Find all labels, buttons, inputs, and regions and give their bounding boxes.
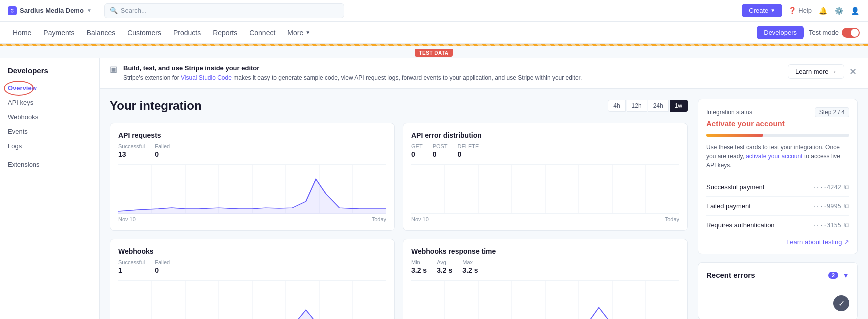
chart-title: API requests	[118, 132, 386, 140]
card-label: Successful payment	[706, 184, 764, 191]
sidebar-item-api-keys[interactable]: API keys	[0, 96, 100, 110]
webhooks-line-svg	[118, 280, 386, 319]
errors-badge: 2	[828, 272, 838, 279]
settings-icon[interactable]: ⚙️	[834, 6, 844, 16]
time-filter-24h[interactable]: 24h	[648, 100, 669, 112]
sidebar-item-webhooks[interactable]: Webhooks	[0, 110, 100, 124]
webhooks-response-chart: Webhooks response time Min 3.2 s Avg 3.2…	[403, 239, 688, 319]
nav-item-customers[interactable]: Customers	[122, 26, 166, 40]
search-icon: 🔍	[110, 7, 118, 14]
api-error-line-svg	[412, 164, 680, 214]
time-filter-12h[interactable]: 12h	[627, 100, 648, 112]
integration-header: Your integration 4h 12h 24h 1w	[110, 99, 688, 113]
banner-title: Build, test, and use Stripe inside your …	[124, 64, 782, 72]
charts-grid: API requests Successful 13 Failed 0	[110, 123, 688, 319]
failed-label: Failed	[155, 144, 170, 150]
test-mode-switch[interactable]	[842, 28, 860, 38]
developers-button[interactable]: Developers	[757, 26, 804, 40]
topbar: Sardius Media Demo ▼ 🔍 Search... Create …	[0, 0, 868, 22]
activate-label: Activate your account	[706, 120, 850, 128]
get-stat: GET 0	[412, 144, 423, 158]
successful-label: Successful	[118, 260, 145, 266]
toggle-knob	[851, 29, 859, 37]
learn-testing-link[interactable]: Learn about testing ↗	[706, 234, 850, 246]
sidebar-item-extensions[interactable]: Extensions	[0, 158, 100, 172]
check-circle-container: ✓	[706, 288, 850, 312]
copy-icon[interactable]: ⧉	[844, 183, 850, 192]
banner-desc: Stripe's extension for Visual Studio Cod…	[124, 74, 782, 82]
min-label: Min	[412, 260, 427, 266]
nav-item-products[interactable]: Products	[168, 26, 206, 40]
sidebar-item-overview[interactable]: Overview	[0, 81, 100, 96]
progress-bar	[706, 134, 850, 137]
webhooks-failed-stat: Failed 0	[155, 260, 170, 274]
nav-item-payments[interactable]: Payments	[38, 26, 80, 40]
test-data-label: TEST DATA	[415, 50, 452, 57]
content-right: Integration status Step 2 / 4 Activate y…	[698, 99, 858, 319]
sidebar-item-logs[interactable]: Logs	[0, 139, 100, 154]
max-label: Max	[462, 260, 478, 266]
min-stat: Min 3.2 s	[412, 260, 427, 274]
copy-icon[interactable]: ⧉	[844, 202, 850, 210]
help-button[interactable]: ❓ Help	[788, 7, 812, 14]
help-icon: ❓	[788, 7, 796, 14]
app-logo[interactable]: Sardius Media Demo ▼	[8, 6, 92, 16]
learn-more-button[interactable]: Learn more →	[788, 64, 844, 79]
status-description: Use these test cards to test your integr…	[706, 143, 850, 170]
time-filter-1w[interactable]: 1w	[670, 100, 688, 112]
nav-item-home[interactable]: Home	[8, 26, 36, 40]
main-layout: Developers Overview API keys Webhooks Ev…	[0, 58, 868, 319]
avg-stat: Avg 3.2 s	[437, 260, 452, 274]
nav-item-more[interactable]: More ▼	[282, 26, 316, 40]
chart-stats: Successful 13 Failed 0	[118, 144, 386, 158]
nav-right: Developers Test mode	[757, 26, 860, 40]
navbar: Home Payments Balances Customers Product…	[0, 22, 868, 44]
errors-header: Recent errors 2 ▼	[706, 271, 850, 280]
close-banner-button[interactable]: ✕	[848, 66, 858, 78]
webhooks-response-line-svg	[412, 280, 680, 319]
nav-item-connect[interactable]: Connect	[244, 26, 280, 40]
chart-area	[412, 164, 680, 214]
nav-item-balances[interactable]: Balances	[82, 26, 121, 40]
content-left: Your integration 4h 12h 24h 1w API reque…	[110, 99, 688, 319]
test-mode-toggle[interactable]: Test mode	[809, 28, 860, 38]
card-value: ····9995 ⧉	[812, 202, 850, 210]
max-stat: Max 3.2 s	[462, 260, 478, 274]
time-filter-4h[interactable]: 4h	[608, 100, 626, 112]
search-box[interactable]: 🔍 Search...	[104, 4, 344, 18]
main-content: ▣ Build, test, and use Stripe inside you…	[100, 58, 868, 319]
chart-dates: Nov 10 Today	[118, 216, 386, 222]
chart-area	[412, 280, 680, 319]
vscode-link[interactable]: Visual Studio Code	[181, 74, 232, 82]
integration-title: Your integration	[110, 99, 202, 113]
api-error-distribution-chart: API error distribution GET 0 POST 0	[403, 123, 688, 231]
post-stat: POST 0	[433, 144, 448, 158]
activate-account-link[interactable]: activate your account	[746, 153, 802, 160]
webhooks-chart: Webhooks Successful 1 Failed 0	[110, 239, 395, 319]
status-title-label: Integration status	[706, 109, 752, 116]
failed-stat: Failed 0	[155, 144, 170, 158]
successful-value: 13	[118, 150, 145, 158]
test-card-row-auth: Requires authentication ····3155 ⧉	[706, 216, 850, 234]
test-data-badge-container: TEST DATA	[0, 46, 868, 58]
create-button[interactable]: Create ▼	[742, 4, 782, 18]
nav-item-reports[interactable]: Reports	[208, 26, 242, 40]
chart-area	[118, 164, 386, 214]
failed-label: Failed	[155, 260, 170, 266]
card-value: ····3155 ⧉	[812, 221, 850, 230]
chart-stats: GET 0 POST 0 DELETE 0	[412, 144, 680, 158]
chart-title: Webhooks response time	[412, 248, 680, 256]
notifications-icon[interactable]: 🔔	[818, 6, 828, 16]
card-label: Requires authentication	[706, 222, 775, 229]
filter-icon[interactable]: ▼	[842, 272, 850, 280]
check-circle: ✓	[834, 296, 850, 312]
failed-value: 0	[155, 150, 170, 158]
get-value: 0	[412, 150, 423, 158]
sidebar-item-events[interactable]: Events	[0, 124, 100, 139]
avg-label: Avg	[437, 260, 452, 266]
failed-value: 0	[155, 266, 170, 274]
copy-icon[interactable]: ⧉	[844, 221, 850, 230]
api-requests-line-svg	[118, 164, 386, 214]
user-avatar[interactable]: 👤	[850, 6, 860, 16]
delete-value: 0	[458, 150, 480, 158]
